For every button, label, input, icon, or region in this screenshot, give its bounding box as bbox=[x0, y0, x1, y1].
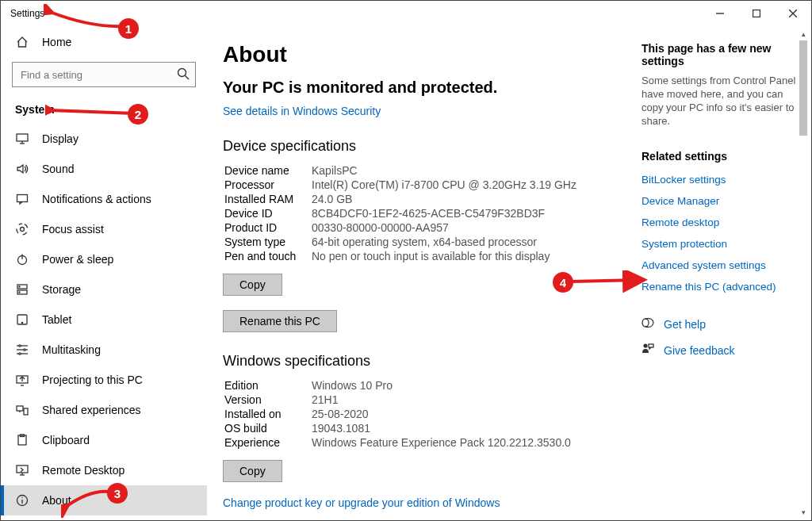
spec-label: Edition bbox=[224, 379, 310, 392]
spec-value: KapilsPC bbox=[312, 164, 634, 177]
scroll-thumb[interactable] bbox=[799, 40, 807, 136]
spec-value: 25-08-2020 bbox=[312, 408, 634, 420]
search-container bbox=[12, 62, 196, 87]
maximize-button[interactable] bbox=[738, 1, 775, 26]
spec-label: OS build bbox=[224, 422, 310, 435]
sidebar-item-notify[interactable]: Notifications & actions bbox=[1, 184, 207, 214]
related-settings-heading: Related settings bbox=[642, 150, 796, 163]
window-controls bbox=[702, 1, 811, 26]
sidebar-item-display[interactable]: Display bbox=[1, 124, 207, 154]
sidebar-item-tablet[interactable]: Tablet bbox=[1, 305, 207, 335]
sidebar-item-multitask[interactable]: Multitasking bbox=[1, 335, 207, 365]
spec-value: 21H1 bbox=[312, 393, 634, 406]
svg-point-23 bbox=[24, 349, 25, 351]
display-icon bbox=[15, 132, 29, 146]
page-title: About bbox=[223, 42, 635, 67]
svg-rect-6 bbox=[17, 134, 28, 141]
device-spec-row: Device ID8CB4DCF0-1EF2-4625-ACEB-C5479F3… bbox=[224, 207, 634, 220]
spec-value: No pen or touch input is available for t… bbox=[312, 250, 634, 262]
clipboard-icon bbox=[15, 433, 29, 447]
sidebar-item-storage[interactable]: Storage bbox=[1, 274, 207, 305]
sidebar-item-label: About bbox=[42, 494, 71, 507]
svg-point-33 bbox=[21, 497, 22, 498]
sidebar-item-label: Display bbox=[42, 132, 79, 145]
nav-home[interactable]: Home bbox=[1, 26, 207, 57]
about-icon bbox=[15, 493, 29, 508]
spec-label: Installed RAM bbox=[224, 193, 310, 205]
sidebar-item-shared[interactable]: Shared experiences bbox=[1, 395, 207, 425]
svg-rect-27 bbox=[24, 408, 28, 415]
spec-label: Pen and touch bbox=[224, 250, 310, 262]
spec-label: Processor bbox=[224, 178, 310, 191]
spec-label: System type bbox=[224, 236, 310, 248]
sidebar-item-remote[interactable]: Remote Desktop bbox=[1, 455, 207, 485]
copy-device-spec-button[interactable]: Copy bbox=[223, 274, 282, 296]
windows-spec-row: EditionWindows 10 Pro bbox=[224, 379, 634, 392]
give-feedback-row[interactable]: Give feedback bbox=[642, 343, 796, 358]
spec-value: Windows Feature Experience Pack 120.2212… bbox=[312, 436, 634, 449]
change-product-key-link[interactable]: Change product key or upgrade your editi… bbox=[223, 496, 500, 509]
sidebar-item-about[interactable]: About bbox=[1, 485, 207, 515]
windows-spec-row: ExperienceWindows Feature Experience Pac… bbox=[224, 436, 634, 449]
svg-rect-36 bbox=[649, 344, 653, 347]
sidebar-item-power[interactable]: Power & sleep bbox=[1, 244, 207, 274]
new-settings-desc: Some settings from Control Panel have mo… bbox=[642, 74, 796, 128]
minimize-button[interactable] bbox=[702, 1, 738, 26]
svg-point-34 bbox=[642, 319, 649, 327]
spec-label: Experience bbox=[224, 436, 310, 449]
device-spec-row: Product ID00330-80000-00000-AA957 bbox=[224, 221, 634, 234]
vertical-scrollbar[interactable]: ▴ ▾ bbox=[797, 28, 810, 519]
spec-value: Intel(R) Core(TM) i7-8700 CPU @ 3.20GHz … bbox=[312, 178, 634, 191]
spec-value: 64-bit operating system, x64-based proce… bbox=[312, 236, 634, 248]
get-help-row[interactable]: Get help bbox=[642, 316, 796, 331]
scroll-down-icon[interactable]: ▾ bbox=[797, 506, 810, 519]
device-spec-row: Pen and touchNo pen or touch input is av… bbox=[224, 250, 634, 262]
sidebar-item-sound[interactable]: Sound bbox=[1, 154, 207, 184]
copy-windows-spec-button[interactable]: Copy bbox=[223, 460, 282, 482]
focus-icon bbox=[15, 222, 29, 236]
related-link-5[interactable]: Rename this PC (advanced) bbox=[642, 281, 796, 293]
svg-point-24 bbox=[19, 353, 21, 354]
svg-point-15 bbox=[19, 286, 20, 287]
related-link-1[interactable]: Device Manager bbox=[642, 195, 796, 207]
get-help-link: Get help bbox=[664, 318, 706, 331]
main-pane: About Your PC is monitored and protected… bbox=[207, 26, 811, 520]
spec-value: Windows 10 Pro bbox=[312, 379, 634, 392]
spec-label: Device name bbox=[224, 164, 310, 177]
related-link-3[interactable]: System protection bbox=[642, 238, 796, 250]
device-spec-row: ProcessorIntel(R) Core(TM) i7-8700 CPU @… bbox=[224, 178, 634, 191]
spec-label: Device ID bbox=[224, 207, 310, 220]
device-spec-row: System type64-bit operating system, x64-… bbox=[224, 236, 634, 248]
windows-spec-row: Installed on25-08-2020 bbox=[224, 408, 634, 420]
device-spec-row: Device nameKapilsPC bbox=[224, 164, 634, 177]
notify-icon bbox=[15, 192, 29, 206]
sidebar-item-label: Tablet bbox=[42, 313, 71, 326]
sidebar-item-project[interactable]: Projecting to this PC bbox=[1, 365, 207, 395]
close-button[interactable] bbox=[775, 1, 811, 26]
scroll-up-icon[interactable]: ▴ bbox=[797, 28, 810, 40]
svg-point-4 bbox=[178, 69, 186, 77]
search-icon bbox=[177, 67, 190, 82]
sidebar-item-label: Sound bbox=[42, 163, 74, 175]
sidebar-item-label: Clipboard bbox=[42, 434, 90, 446]
security-details-link[interactable]: See details in Windows Security bbox=[223, 105, 381, 117]
window-title: Settings bbox=[10, 8, 44, 19]
remote-icon bbox=[15, 463, 29, 477]
related-link-4[interactable]: Advanced system settings bbox=[642, 259, 796, 271]
sidebar-item-label: Power & sleep bbox=[42, 253, 113, 266]
callout-1: 1 bbox=[118, 18, 139, 39]
search-input[interactable] bbox=[12, 62, 196, 87]
settings-window: Settings Home bbox=[0, 0, 812, 521]
related-link-0[interactable]: BitLocker settings bbox=[642, 174, 796, 186]
multitask-icon bbox=[15, 343, 29, 357]
svg-point-18 bbox=[21, 322, 22, 323]
sidebar-item-clipboard[interactable]: Clipboard bbox=[1, 425, 207, 455]
page-subtitle: Your PC is monitored and protected. bbox=[223, 79, 635, 97]
related-link-2[interactable]: Remote desktop bbox=[642, 216, 796, 228]
callout-2: 2 bbox=[128, 104, 148, 125]
spec-value: 24.0 GB bbox=[312, 193, 634, 205]
windows-spec-table: EditionWindows 10 ProVersion21H1Installe… bbox=[223, 377, 635, 450]
svg-point-22 bbox=[19, 345, 21, 347]
rename-pc-button[interactable]: Rename this PC bbox=[223, 310, 337, 332]
sidebar-item-focus[interactable]: Focus assist bbox=[1, 214, 207, 244]
